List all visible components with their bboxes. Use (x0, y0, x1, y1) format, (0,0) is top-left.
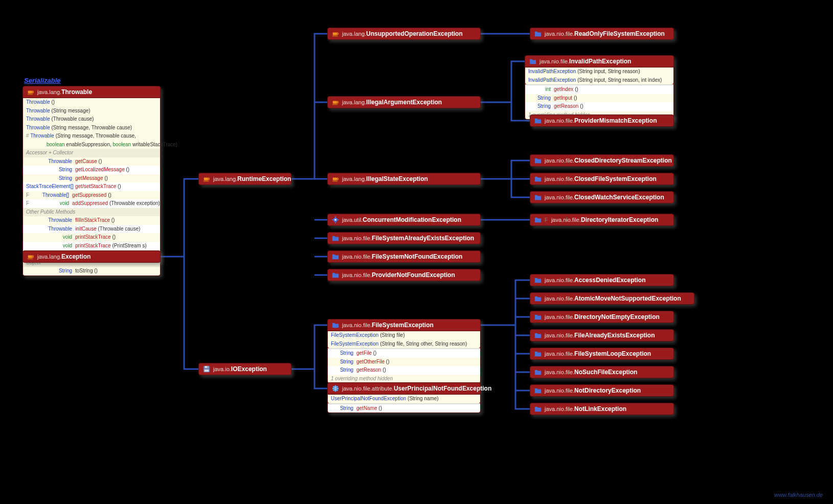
node-io: java.io.IOException (198, 363, 291, 375)
node-unsupported: java.lang.UnsupportedOperationException (327, 28, 481, 40)
node-atomicmove: java.nio.file.AtomicMoveNotSupportedExce… (530, 292, 694, 305)
node-invalidpath: java.nio.file.InvalidPathException Inval… (525, 55, 674, 120)
watermark: www.falkhausen.de (774, 492, 823, 498)
svg-rect-5 (28, 259, 33, 260)
folder-icon (534, 313, 542, 320)
svg-rect-4 (32, 256, 34, 258)
node-filealready: java.nio.file.FileAlreadyExistsException (530, 329, 674, 341)
svg-rect-13 (333, 33, 337, 35)
folder-icon (534, 405, 542, 413)
node-fsnotfound: java.nio.file.FileSystemNotFoundExceptio… (327, 250, 481, 263)
node-userprincipal: java.nio.file.attribute.UserPrincipalNot… (327, 382, 481, 413)
svg-rect-0 (28, 91, 32, 94)
node-nosuch: java.nio.file.NoSuchFileException (530, 366, 674, 378)
node-runtime: java.lang.RuntimeException (198, 173, 291, 185)
folder-icon (534, 277, 542, 284)
svg-point-23 (334, 219, 336, 221)
cup-icon (332, 30, 339, 37)
node-notdir: java.nio.file.NotDirectoryException (530, 384, 674, 397)
node-accessdenied: java.nio.file.AccessDeniedException (530, 274, 674, 286)
svg-rect-24 (335, 216, 336, 218)
folder-icon (534, 30, 542, 37)
cup-icon (332, 175, 339, 182)
svg-rect-11 (207, 366, 208, 368)
cup-icon (203, 175, 210, 182)
node-dirnotempty: java.nio.file.DirectoryNotEmptyException (530, 311, 674, 323)
folder-icon (534, 175, 542, 182)
folder-icon (534, 157, 542, 164)
folder-icon (534, 332, 542, 339)
svg-rect-12 (205, 370, 209, 372)
svg-rect-6 (204, 178, 208, 180)
node-fsalready: java.nio.file.FileSystemAlreadyExistsExc… (327, 232, 481, 244)
folder-icon (332, 271, 339, 279)
node-concurrent: java.util.ConcurrentModificationExceptio… (327, 214, 481, 226)
folder-icon (332, 253, 339, 260)
svg-rect-16 (333, 101, 337, 104)
cup-icon (332, 99, 339, 106)
serializable-label: Serializable (24, 77, 61, 84)
folder-icon (534, 117, 542, 124)
node-provnotfound: java.nio.file.ProviderNotFoundException (327, 269, 481, 281)
node-illegalarg: java.lang.IllegalArgumentException (327, 96, 481, 108)
svg-rect-18 (332, 104, 338, 105)
svg-rect-15 (332, 36, 338, 37)
folder-icon (534, 216, 542, 223)
svg-rect-2 (28, 94, 33, 95)
svg-rect-21 (332, 181, 338, 182)
svg-rect-20 (337, 178, 339, 180)
gear-icon (332, 216, 339, 223)
folder-icon (332, 235, 339, 242)
folder-icon (529, 58, 536, 65)
node-notlink: java.nio.file.NotLinkException (530, 403, 674, 415)
node-closedwatch: java.nio.file.ClosedWatchServiceExceptio… (530, 191, 674, 203)
header-throwable: java.lang.Throwable (23, 86, 160, 98)
folder-icon (534, 350, 542, 357)
node-throwable: java.lang.Throwable Throwable () Throwab… (22, 86, 161, 276)
node-diriter: F java.nio.file.DirectoryIteratorExcepti… (530, 214, 674, 226)
svg-rect-14 (337, 33, 339, 35)
node-fsexception: java.nio.file.FileSystemException FileSy… (327, 319, 481, 383)
folder-icon (332, 322, 339, 329)
svg-rect-25 (335, 222, 336, 224)
folder-icon (534, 194, 542, 201)
cup-icon (27, 253, 34, 260)
folder-icon (534, 369, 542, 376)
node-closedfs: java.nio.file.ClosedFileSystemException (530, 173, 674, 185)
svg-rect-7 (208, 178, 210, 180)
svg-rect-17 (337, 101, 339, 103)
svg-rect-3 (28, 256, 32, 258)
svg-rect-19 (333, 178, 337, 180)
node-illegalstate: java.lang.IllegalStateException (327, 173, 481, 185)
node-readonly: java.nio.file.ReadOnlyFileSystemExceptio… (530, 28, 674, 40)
cup-icon (27, 88, 34, 96)
svg-rect-26 (332, 219, 333, 220)
node-closeddir: java.nio.file.ClosedDirectoryStreamExcep… (530, 154, 674, 167)
node-exception: java.lang.Exception (22, 250, 161, 263)
svg-rect-8 (204, 181, 209, 182)
globe-icon (332, 385, 339, 392)
node-provmismatch: java.nio.file.ProviderMismatchException (530, 114, 674, 127)
disk-icon (203, 365, 210, 373)
svg-rect-1 (32, 91, 34, 93)
svg-rect-27 (337, 219, 339, 220)
node-fsloop: java.nio.file.FileSystemLoopException (530, 348, 674, 360)
folder-icon (534, 295, 542, 302)
folder-icon (534, 387, 542, 394)
